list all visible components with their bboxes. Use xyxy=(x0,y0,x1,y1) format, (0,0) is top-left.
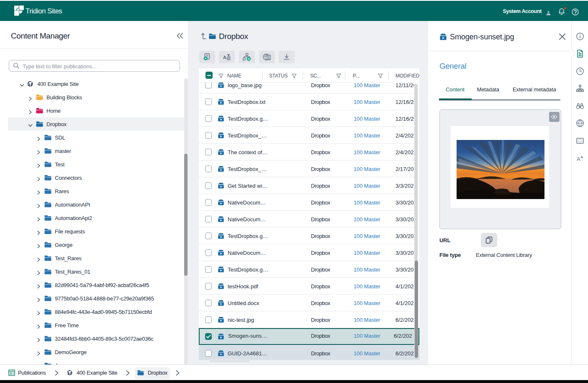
svg-text:A: A xyxy=(223,55,226,60)
svg-text:A: A xyxy=(577,156,580,162)
svg-text:x: x xyxy=(581,155,583,159)
